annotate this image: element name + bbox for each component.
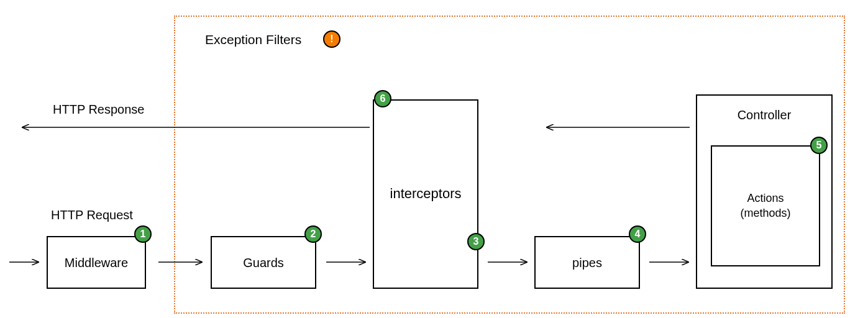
pipes-label: pipes (572, 255, 602, 271)
badge-4: 4 (629, 225, 646, 243)
exception-badge-icon: ! (323, 30, 340, 48)
controller-title: Controller (697, 108, 831, 122)
guards-label: Guards (243, 255, 284, 271)
badge-5: 5 (810, 137, 828, 154)
http-response-label: HTTP Response (53, 102, 144, 117)
diagram-canvas: Exception Filters ! HTTP Response HTTP R… (0, 0, 868, 318)
badge-6: 6 (374, 90, 391, 107)
actions-label: Actions (methods) (740, 191, 790, 220)
middleware-box: Middleware (47, 236, 146, 289)
badge-1: 1 (134, 225, 152, 243)
badge-2: 2 (304, 225, 322, 243)
pipes-box: pipes (534, 236, 640, 289)
interceptors-box: interceptors (373, 99, 478, 289)
actions-box: Actions (methods) (711, 145, 820, 266)
middleware-label: Middleware (65, 255, 128, 271)
http-request-label: HTTP Request (51, 208, 133, 222)
guards-box: Guards (211, 236, 316, 289)
badge-3: 3 (467, 233, 485, 250)
interceptors-label: interceptors (390, 185, 462, 203)
controller-box: Controller Actions (methods) (696, 94, 833, 289)
exception-filters-label: Exception Filters (205, 32, 301, 47)
